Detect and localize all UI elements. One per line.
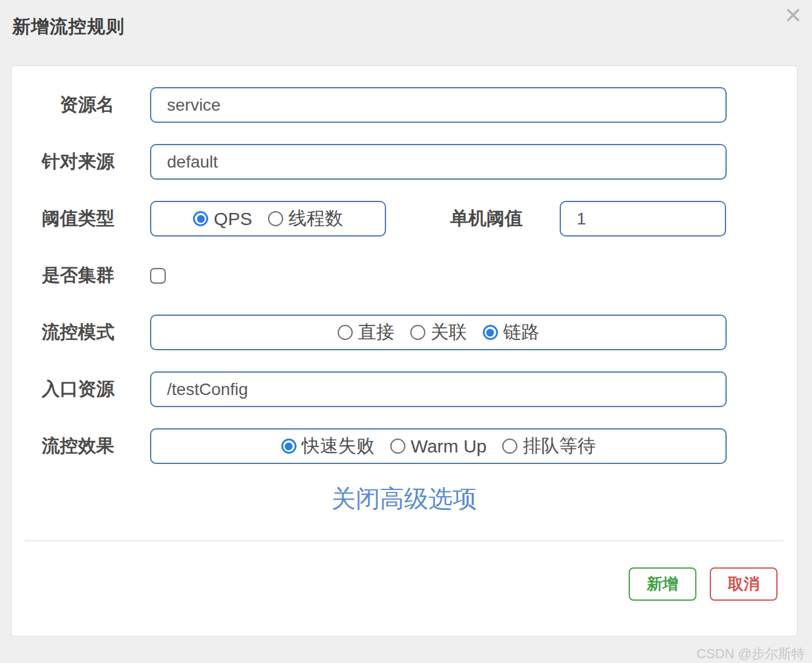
add-button[interactable]: 新增 <box>629 567 696 601</box>
form-row-control-behavior: 流控效果 快速失败 Warm Up 排队等待 <box>11 428 797 464</box>
grade-label: 阈值类型 <box>11 206 114 231</box>
radio-option-qps[interactable]: QPS <box>193 209 252 229</box>
radio-option-direct[interactable]: 直接 <box>338 320 395 345</box>
dialog-footer: 新增 取消 <box>11 567 797 601</box>
radio-option-thread-count[interactable]: 线程数 <box>268 206 343 231</box>
dialog-header: 新增流控规则 ✕ <box>0 0 812 65</box>
strategy-label: 流控模式 <box>11 320 114 345</box>
advanced-options-toggle-link[interactable]: 关闭高级选项 <box>332 485 477 512</box>
radio-option-relate[interactable]: 关联 <box>410 320 467 345</box>
radio-label-qps: QPS <box>214 209 252 229</box>
radio-label-thread-count: 线程数 <box>289 206 343 231</box>
radio-icon-queue-wait <box>502 439 517 454</box>
radio-option-fail-fast[interactable]: 快速失败 <box>281 434 375 459</box>
cluster-label: 是否集群 <box>11 263 114 288</box>
cancel-button[interactable]: 取消 <box>710 567 778 601</box>
flow-rule-form-panel: 资源名 针对来源 阈值类型 QPS 线程数 单机阈值 是否集群 流控模式 <box>11 65 797 636</box>
radio-icon-thread-count <box>268 211 283 226</box>
radio-label-relate: 关联 <box>431 320 467 345</box>
form-row-ref-resource: 入口资源 <box>11 371 797 407</box>
watermark: CSDN @步尔斯特 <box>0 645 812 663</box>
control-behavior-label: 流控效果 <box>11 434 114 459</box>
control-behavior-radio-group: 快速失败 Warm Up 排队等待 <box>150 428 727 464</box>
count-label: 单机阈值 <box>447 206 523 231</box>
cluster-checkbox[interactable] <box>150 268 166 284</box>
radio-label-direct: 直接 <box>358 320 395 345</box>
radio-icon-warm-up <box>390 439 405 454</box>
form-row-grade: 阈值类型 QPS 线程数 单机阈值 <box>11 201 797 237</box>
radio-icon-fail-fast <box>281 439 296 454</box>
strategy-radio-group: 直接 关联 链路 <box>150 315 727 350</box>
ref-resource-label: 入口资源 <box>11 377 114 402</box>
limit-app-input[interactable] <box>150 144 727 180</box>
radio-icon-chain <box>483 325 498 340</box>
radio-icon-qps <box>193 211 208 226</box>
advanced-link-row: 关闭高级选项 <box>11 485 797 512</box>
form-row-resource: 资源名 <box>11 87 797 123</box>
radio-option-chain[interactable]: 链路 <box>483 320 540 345</box>
ref-resource-input[interactable] <box>150 371 727 407</box>
radio-icon-direct <box>338 325 353 340</box>
resource-label: 资源名 <box>11 93 114 117</box>
resource-input[interactable] <box>150 87 727 123</box>
radio-label-queue-wait: 排队等待 <box>523 434 595 459</box>
radio-option-queue-wait[interactable]: 排队等待 <box>502 434 595 459</box>
radio-label-fail-fast: 快速失败 <box>302 434 375 459</box>
grade-radio-group: QPS 线程数 <box>150 201 386 237</box>
radio-label-chain: 链路 <box>503 320 540 345</box>
form-row-strategy: 流控模式 直接 关联 链路 <box>11 315 797 350</box>
radio-option-warm-up[interactable]: Warm Up <box>390 436 487 457</box>
footer-divider <box>25 540 784 541</box>
form-row-limit-app: 针对来源 <box>11 144 797 180</box>
limit-app-label: 针对来源 <box>11 149 114 174</box>
count-input[interactable] <box>560 201 726 237</box>
dialog-title: 新增流控规则 <box>12 15 125 39</box>
form-row-cluster: 是否集群 <box>11 258 797 293</box>
close-icon[interactable]: ✕ <box>784 5 802 27</box>
radio-label-warm-up: Warm Up <box>411 436 487 457</box>
radio-icon-relate <box>410 325 425 340</box>
